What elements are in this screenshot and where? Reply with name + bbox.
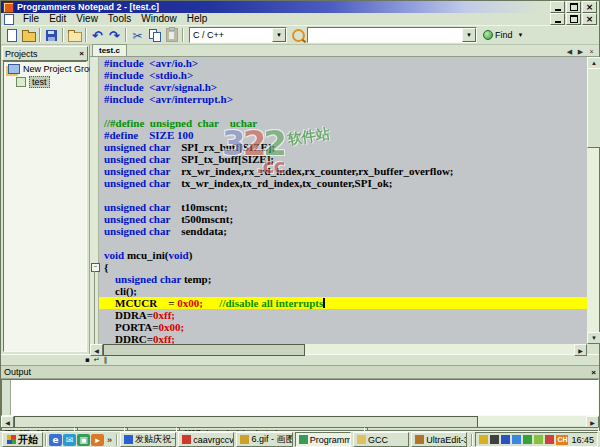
tree-item-test[interactable]: test	[4, 75, 86, 88]
code-line[interactable]: unsigned char SPI_rx_buff[SIZE];	[99, 141, 587, 153]
tray-icon-1[interactable]	[479, 435, 488, 444]
code-line[interactable]: #include <avr/signal.h>	[99, 81, 587, 93]
code-line[interactable]: unsigned char rx_wr_index,rx_rd_index,rx…	[99, 165, 587, 177]
task-button-programmers-[interactable]: Programmers...	[295, 432, 351, 447]
code-line[interactable]: DDRC=0xff;	[99, 333, 587, 344]
code-line[interactable]: #include <avr/interrupt.h>	[99, 93, 587, 105]
tab-scroll-left-button[interactable]: ◀	[564, 47, 575, 56]
mdi-close-button[interactable]: ×	[582, 13, 597, 25]
chevron-down-icon[interactable]: ▼	[272, 28, 286, 42]
player-quicklaunch-icon[interactable]: ▸	[91, 434, 104, 446]
code-line[interactable]: cli();	[99, 285, 587, 297]
save-button[interactable]	[43, 27, 60, 43]
tree-item-project-group[interactable]: New Project Group	[4, 62, 86, 75]
ie-quicklaunch-icon[interactable]: e	[49, 434, 62, 446]
start-button[interactable]: 开始	[2, 432, 43, 447]
menu-item-tools[interactable]: Tools	[103, 13, 136, 25]
code-line[interactable]: unsigned char tx_wr_index,tx_rd_index,tx…	[99, 177, 587, 189]
cut-button[interactable]	[129, 27, 146, 43]
tab-testc[interactable]: test.c	[92, 44, 127, 56]
task-button-6-gif-[interactable]: 6.gif - 画图	[236, 432, 292, 447]
code-line[interactable]: unsigned char SPI_tx_buff[SIZE];	[99, 153, 587, 165]
tray-icon-4[interactable]	[512, 435, 521, 444]
code-segment: unsigned char	[104, 201, 170, 213]
search-input[interactable]	[308, 30, 462, 40]
code-line[interactable]: unsigned char senddata;	[99, 225, 587, 237]
code-line[interactable]: void mcu_ini(void)	[99, 249, 587, 261]
open-file-button[interactable]	[20, 27, 37, 43]
code-line[interactable]: unsigned char t10mscnt;	[99, 201, 587, 213]
current-code-line[interactable]: MCUCR = 0x00; //disable all interrupts	[99, 297, 587, 309]
copy-button[interactable]	[146, 27, 163, 43]
tray-icon-2[interactable]	[490, 435, 499, 444]
scroll-left-button[interactable]: ◀	[90, 344, 103, 356]
document-system-icon[interactable]	[4, 14, 14, 25]
code-line[interactable]	[99, 105, 587, 117]
code-line[interactable]: unsigned char temp;	[99, 273, 587, 285]
code-line[interactable]: {	[99, 261, 587, 273]
task-button-gcc[interactable]: GCC	[353, 432, 409, 447]
projects-close-button[interactable]: ×	[76, 48, 87, 59]
output-horizontal-scrollbar[interactable]: ◀ ▶	[1, 416, 599, 426]
mail-quicklaunch-icon[interactable]: ✉	[63, 434, 76, 446]
tab-close-button[interactable]: ×	[586, 47, 597, 56]
editor-horizontal-scrollbar[interactable]: ◀ ▶	[90, 344, 587, 354]
project-icon	[16, 77, 26, 87]
language-select[interactable]: C / C++ ▼	[189, 27, 287, 43]
scrollbar-track[interactable]	[478, 416, 586, 426]
chevron-down-icon[interactable]: ▼	[518, 32, 524, 38]
chevron-down-icon[interactable]: ▼	[462, 28, 476, 42]
desktop-quicklaunch-icon[interactable]: ▣	[77, 434, 90, 446]
output-panel-body[interactable]	[1, 379, 599, 416]
menu-item-file[interactable]: File	[18, 13, 44, 25]
code-line[interactable]: #include <avr/io.h>	[99, 57, 587, 69]
output-panel-grip[interactable]	[2, 380, 11, 415]
code-line[interactable]	[99, 189, 587, 201]
mdi-restore-button[interactable]	[566, 13, 581, 25]
menu-item-view[interactable]: View	[71, 13, 103, 25]
task-button-caavrgccv-pdf[interactable]: caavrgccv.pdf	[178, 432, 234, 447]
code-line[interactable]: PORTA=0x00;	[99, 321, 587, 333]
menu-item-edit[interactable]: Edit	[44, 13, 71, 25]
ime-language-indicator[interactable]: CH	[556, 435, 568, 445]
code-line[interactable]: DDRA=0xff;	[99, 309, 587, 321]
tab-scroll-right-button[interactable]: ▶	[575, 47, 586, 56]
minimize-button[interactable]	[550, 1, 565, 13]
tray-icon-6[interactable]	[534, 435, 543, 444]
task-button--[interactable]: 发贴庆祝一...	[120, 432, 176, 447]
app-icon[interactable]	[3, 2, 14, 13]
find-in-files-button[interactable]	[290, 27, 307, 43]
menu-item-help[interactable]: Help	[182, 13, 213, 25]
code-line[interactable]: unsigned char t500mscnt;	[99, 213, 587, 225]
scrollbar-thumb[interactable]	[587, 68, 600, 148]
tray-icon-3[interactable]	[501, 435, 510, 444]
scrollbar-track[interactable]	[305, 344, 574, 354]
tray-icon-7[interactable]	[545, 435, 554, 444]
code-line[interactable]: #define SIZE 100	[99, 129, 587, 141]
undo-button[interactable]	[89, 27, 106, 43]
code-line[interactable]: //#define unsigned char uchar	[99, 117, 587, 129]
open-project-button[interactable]	[66, 27, 83, 43]
scroll-right-button[interactable]: ▶	[574, 344, 587, 356]
find-button-label: Find	[495, 30, 513, 40]
editor-vertical-scrollbar[interactable]: ▲ ▼	[587, 57, 599, 344]
new-file-button[interactable]	[3, 27, 20, 43]
scrollbar-thumb[interactable]	[103, 344, 305, 356]
code-area[interactable]: #include <avr/io.h>#include <stdio.h>#in…	[99, 57, 587, 344]
scroll-down-button[interactable]: ▼	[587, 332, 600, 344]
mdi-minimize-button[interactable]	[550, 13, 565, 25]
code-line[interactable]	[99, 237, 587, 249]
restore-button[interactable]	[566, 1, 581, 13]
redo-button[interactable]	[106, 27, 123, 43]
quick-launch-overflow-chevron[interactable]: »	[107, 435, 112, 445]
find-button[interactable]: Find ▼	[480, 27, 526, 43]
undo-icon	[92, 26, 103, 44]
projects-panel-title: Projects	[3, 49, 76, 59]
close-button[interactable]: ×	[582, 1, 597, 13]
code-line[interactable]: #include <stdio.h>	[99, 69, 587, 81]
menu-item-window[interactable]: Window	[136, 13, 182, 25]
tray-icon-5[interactable]	[523, 435, 532, 444]
task-button-ultraedit-32-[interactable]: UltraEdit-32 -...	[411, 432, 467, 447]
output-close-button[interactable]: ×	[588, 367, 599, 378]
code-editor[interactable]: − #include <avr/io.h>#include <stdio.h>#…	[90, 57, 599, 344]
